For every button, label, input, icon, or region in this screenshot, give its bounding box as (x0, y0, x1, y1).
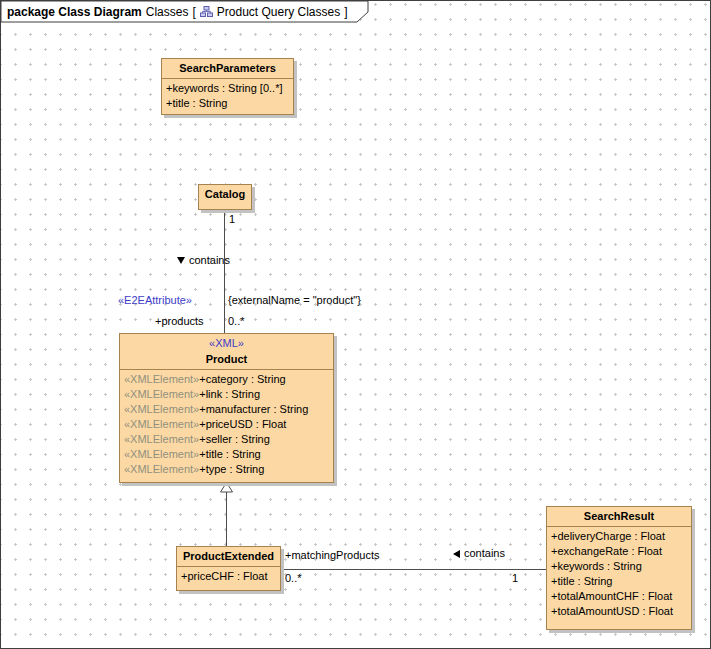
direction-arrow-down-icon (177, 257, 185, 264)
attribute-text: +seller : String (199, 433, 270, 445)
frame-kind-label: package Class Diagram (7, 5, 142, 19)
class-diagram-icon (200, 6, 213, 17)
generalization-productextended-product-line[interactable] (226, 492, 227, 546)
class-name: Product (120, 350, 333, 369)
attribute: +priceCHF : Float (181, 569, 276, 584)
multiplicity-searchresult-end: 1 (512, 572, 518, 585)
association-name: contains (464, 547, 505, 560)
association-name-label: contains (453, 547, 505, 560)
attribute: +keywords : String [0..*] (166, 81, 289, 96)
attribute: «XMLElement»+manufacturer : String (124, 402, 329, 417)
attribute: +exchangeRate : Float (551, 544, 687, 559)
frame-close-bracket: ] (344, 5, 347, 19)
attribute-compartment: «XMLElement»+category : String «XMLEleme… (120, 369, 333, 480)
role-products: +products (155, 315, 204, 328)
attribute-text: +manufacturer : String (199, 403, 308, 415)
association-searchresult-productextended-line[interactable] (281, 569, 546, 570)
association-name: contains (189, 254, 230, 267)
class-product[interactable]: «XML» Product «XMLElement»+category : St… (119, 333, 334, 483)
frame-open-bracket: [ (192, 5, 195, 19)
class-productextended[interactable]: ProductExtended +priceCHF : Float (176, 546, 281, 591)
attribute: «XMLElement»+priceUSD : Float (124, 417, 329, 432)
association-stereotype: «E2EAttribute» (118, 294, 192, 307)
multiplicity-products-end: 0..* (228, 315, 245, 328)
xmlelement-stereotype: «XMLElement» (124, 448, 199, 460)
xmlelement-stereotype: «XMLElement» (124, 373, 199, 385)
class-searchresult[interactable]: SearchResult +deliveryCharge : Float +ex… (546, 506, 692, 630)
attribute: «XMLElement»+title : String (124, 447, 329, 462)
attribute: «XMLElement»+category : String (124, 372, 329, 387)
class-name: SearchResult (547, 507, 691, 526)
generalization-arrow-icon (220, 482, 233, 493)
attribute-text: +priceUSD : Float (199, 418, 286, 430)
attribute: +totalAmountUSD : Float (551, 604, 687, 619)
attribute: «XMLElement»+type : String (124, 462, 329, 477)
diagram-frame-tab[interactable]: package Class Diagram Classes [ Product … (1, 1, 369, 23)
class-catalog[interactable]: Catalog (198, 184, 252, 210)
diagram-canvas: package Class Diagram Classes [ Product … (0, 0, 711, 649)
attribute: +title : String (166, 96, 289, 111)
association-constraint: {externalName = "product"} (228, 294, 361, 307)
frame-diagram-name: Product Query Classes (217, 5, 340, 19)
association-name-label: contains (177, 254, 230, 267)
attribute: +keywords : String (551, 559, 687, 574)
xmlelement-stereotype: «XMLElement» (124, 403, 199, 415)
class-stereotype: «XML» (120, 334, 333, 350)
xmlelement-stereotype: «XMLElement» (124, 433, 199, 445)
attribute: +title : String (551, 574, 687, 589)
attribute-compartment: +priceCHF : Float (177, 566, 280, 587)
xmlelement-stereotype: «XMLElement» (124, 418, 199, 430)
frame-context-label: Classes (146, 5, 189, 19)
class-name: ProductExtended (177, 547, 280, 566)
direction-arrow-left-icon (453, 550, 460, 558)
association-catalog-product-line[interactable] (224, 210, 225, 333)
attribute-text: +category : String (199, 373, 286, 385)
xmlelement-stereotype: «XMLElement» (124, 388, 199, 400)
attribute-compartment: +keywords : String [0..*] +title : Strin… (162, 78, 293, 114)
attribute-text: +type : String (199, 463, 264, 475)
role-matchingproducts: +matchingProducts (285, 549, 379, 562)
class-searchparameters[interactable]: SearchParameters +keywords : String [0..… (161, 58, 294, 115)
class-name: SearchParameters (162, 59, 293, 78)
attribute-text: +title : String (199, 448, 260, 460)
attribute: «XMLElement»+link : String (124, 387, 329, 402)
xmlelement-stereotype: «XMLElement» (124, 463, 199, 475)
class-name: Catalog (199, 185, 251, 204)
attribute: +deliveryCharge : Float (551, 529, 687, 544)
attribute: «XMLElement»+seller : String (124, 432, 329, 447)
multiplicity-matchingproducts-end: 0..* (285, 572, 302, 585)
attribute: +totalAmountCHF : Float (551, 589, 687, 604)
attribute-compartment: +deliveryCharge : Float +exchangeRate : … (547, 526, 691, 622)
attribute-text: +link : String (199, 388, 260, 400)
multiplicity-catalog-end: 1 (229, 213, 235, 226)
